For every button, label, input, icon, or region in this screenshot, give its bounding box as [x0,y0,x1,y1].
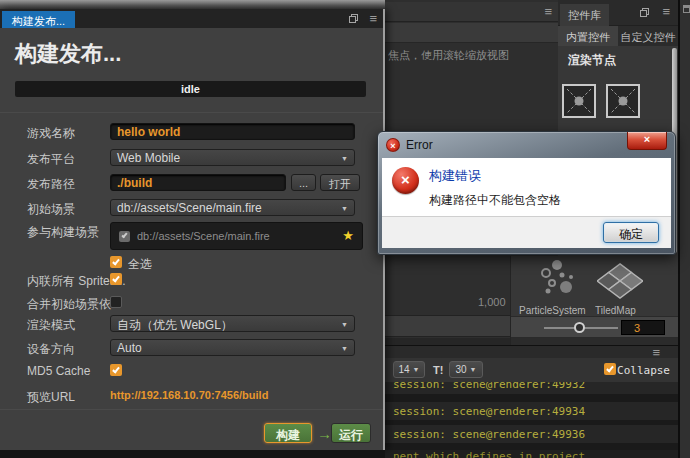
preview-url-link[interactable]: http://192.168.10.70:7456/build [110,389,268,401]
check-icon [112,257,120,265]
divider [0,409,383,410]
tab-build-publish[interactable]: 构建发布... [2,11,75,28]
log-row[interactable]: session: scene@renderer:49936 [385,425,678,443]
error-message: 构建路径中不能包含空格 [429,192,561,209]
scene-path: db://assets/Scene/main.fire [137,230,335,242]
open-folder-button[interactable]: 打开 [320,174,360,191]
particle-system-icon[interactable] [535,258,581,304]
merge-scene-checkbox[interactable] [110,296,122,308]
form-row-scenes: 参与构建场景 db://assets/Scene/main.fire ★ [0,222,383,252]
inline-sprites-checkbox[interactable] [110,273,122,285]
close-button[interactable]: × [627,132,667,150]
check-icon [112,365,120,373]
library-tabs: 内置控件 自定义控件 [558,26,678,46]
browse-button[interactable]: ... [291,174,316,191]
collapse-label: Collapse [617,364,670,377]
slider-value-input[interactable]: 3 [621,320,665,335]
ok-button[interactable]: 确定 [603,222,659,243]
float-window-icon[interactable] [639,7,650,18]
timeline-gap [385,338,510,345]
render-node-tile[interactable] [562,84,596,118]
font-size-dropdown[interactable]: 14▼ [393,361,425,378]
section-render-nodes: 渲染节点 [568,52,616,69]
log-row[interactable]: session: scene@renderer:49934 [385,402,678,420]
merge-scene-label: 合并初始场景依... [27,296,121,313]
star-icon[interactable]: ★ [342,231,354,241]
page-title: 构建发布... [15,39,121,69]
tiledmap-icon[interactable] [597,262,643,300]
dropdown-arrow-icon: ▼ [413,366,420,373]
dropdown-arrow-icon: ▼ [341,205,348,212]
orientation-value: Auto [117,341,142,355]
form-row-orientation: 设备方向 Auto ▼ [0,339,383,357]
float-window-icon[interactable] [348,13,359,24]
line-height-dropdown[interactable]: 30▼ [449,361,483,378]
start-scene-label: 初始场景 [27,201,75,218]
panel-icon [683,5,690,13]
dropdown-arrow-icon: ▼ [341,345,348,352]
form-row-inline-sprites: 内联所有 SpriteF... [0,271,383,289]
render-mode-select[interactable]: 自动（优先 WebGL） ▼ [110,315,355,332]
scene-checkbox[interactable] [119,231,130,242]
error-icon: × [386,138,400,152]
form-row-start-scene: 初始场景 db://assets/Scene/main.fire ▼ [0,199,383,217]
check-icon [112,274,120,282]
log-text: session: scene@renderer:49934 [393,405,585,418]
text-tool-button[interactable]: T! [433,364,443,376]
divider [0,112,383,113]
form-row-md5: MD5 Cache [0,362,383,380]
scene-hint-text: 焦点，使用滚轮缩放视图 [388,48,556,63]
game-name-label: 游戏名称 [27,125,75,142]
build-button[interactable]: 构建 [264,423,312,443]
form-row-preview-url: 预览URL http://192.168.10.70:7456/build [0,387,383,405]
collapse-checkbox[interactable] [604,363,616,375]
scene-list-box: db://assets/Scene/main.fire ★ [110,222,363,250]
render-node-tile[interactable] [606,84,640,118]
log-row[interactable]: session: scene@renderer:49932 [385,382,678,394]
arrow-right-icon: → [317,425,332,442]
window-chrome-strip [0,0,385,9]
build-path-label: 发布路径 [27,176,75,193]
menu-icon[interactable]: ≡ [544,5,552,18]
window-bottom-strip [0,450,385,458]
form-row-platform: 发布平台 Web Mobile ▼ [0,149,383,167]
platform-select[interactable]: Web Mobile ▼ [110,149,355,166]
md5-checkbox[interactable] [110,364,122,376]
library-panel-header: 控件库 ≡ [558,0,678,26]
font-size-value: 14 [398,364,409,375]
render-mode-label: 渲染模式 [27,317,75,334]
docked-panel-edge [678,0,690,458]
error-dialog-titlebar[interactable]: × Error × [378,132,675,158]
form-row-game-name: 游戏名称 hello world [0,123,383,141]
build-window-tabbar: 构建发布... ≡ [0,9,383,28]
line-height-value: 30 [455,364,466,375]
start-scene-select[interactable]: db://assets/Scene/main.fire ▼ [110,199,355,216]
tab-builtin-controls[interactable]: 内置控件 [558,26,618,46]
log-text: nent which defines in project [393,450,585,458]
dropdown-arrow-icon: ▼ [341,155,348,162]
orientation-select[interactable]: Auto ▼ [110,339,355,356]
form-row-render-mode: 渲染模式 自动（优先 WebGL） ▼ [0,315,383,333]
library-panel-title[interactable]: 控件库 [560,4,609,26]
menu-icon[interactable]: ≡ [369,12,377,25]
game-name-input[interactable]: hello world [110,123,355,140]
error-dialog: × Error × × 构建错误 构建路径中不能包含空格 确定 [377,131,676,255]
slider-knob[interactable] [574,322,585,333]
error-heading: 构建错误 [429,167,481,185]
node-tile-icon [562,84,596,118]
scene-list-item[interactable]: db://assets/Scene/main.fire ★ [111,223,362,242]
timeline-strip[interactable] [385,315,510,337]
tab-custom-controls[interactable]: 自定义控件 [618,26,678,46]
console-log-area[interactable]: session: scene@renderer:49932 session: s… [385,382,678,458]
log-row[interactable]: nent which defines in project [385,450,678,458]
menu-icon[interactable]: ≡ [662,5,670,18]
run-button[interactable]: 运行 [331,423,371,443]
error-dialog-content: × 构建错误 构建路径中不能包含空格 [382,158,671,216]
select-all-checkbox[interactable] [110,256,122,268]
error-dialog-footer: 确定 [382,216,671,248]
console-toolbar: 14▼ T! 30▼ Collapse [385,358,678,382]
build-path-input[interactable]: ./build [110,174,286,191]
slider-track[interactable] [544,327,618,329]
log-text: session: scene@renderer:49932 [393,382,678,391]
panel-gap [511,338,678,345]
